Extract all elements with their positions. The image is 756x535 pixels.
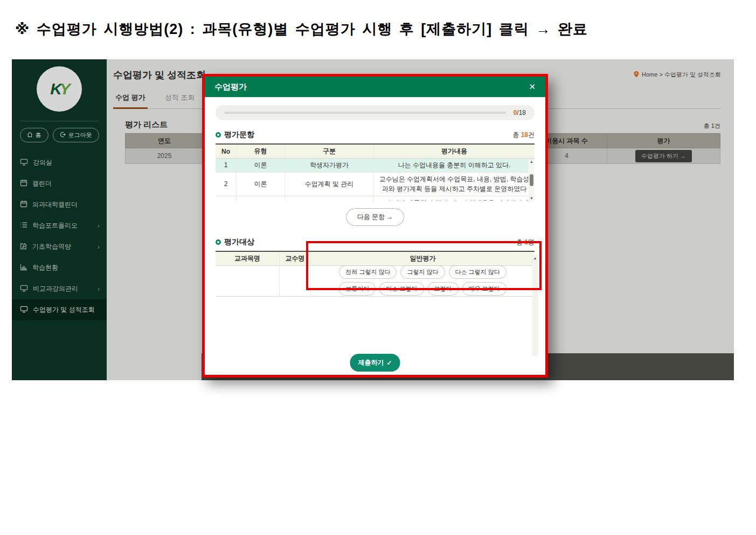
questions-scrollbar[interactable]: ▲ ▼: [529, 160, 535, 201]
annotation-headline: ※ 수업평가 시행방법(2) : 과목(유형)별 수업평가 시행 후 [제출하기…: [15, 19, 588, 39]
qcol-category: 구분: [285, 145, 373, 159]
progress-count: 0/18: [514, 109, 526, 116]
course-evaluation-modal: 수업평가 ✕ 0/18 평가문항 총 18건 No 유형 구분 평: [202, 74, 548, 378]
questions-table: No 유형 구분 평가내용 1 이론 학생자가평가 나는 수업내용을 충분히 이…: [216, 143, 535, 201]
bullet-icon: [216, 132, 221, 138]
targets-section-title: 평가대상: [216, 237, 254, 247]
question-row: 2 이론 수업계획 및 관리 교수님은 수업계획서에 수업목표, 내용, 방법,…: [216, 173, 535, 196]
targets-scrollbar[interactable]: ▲: [532, 255, 538, 356]
question-row: 3 이론 수업내용 교수님이 제공한 수업자료는 수업내용을 이해하기에 적절하…: [216, 196, 535, 201]
rating-pill-somewhat-agree[interactable]: 다소 그렇다: [379, 282, 424, 296]
modal-body: 0/18 평가문항 총 18건 No 유형 구분 평가내용 1: [205, 97, 545, 375]
next-question-button[interactable]: 다음 문항 →: [346, 208, 405, 226]
page: ※ 수업평가 시행방법(2) : 과목(유형)별 수업평가 시행 후 [제출하기…: [0, 0, 756, 535]
rating-pill-strongly-disagree[interactable]: 전혀 그렇지 않다: [339, 265, 397, 279]
targets-table: 교과목명 교수명 일반평가 전혀 그렇지 않다 그렇지 않다 다소 그렇지 않다: [216, 251, 535, 297]
progress-track: [224, 112, 506, 114]
target-row: 전혀 그렇지 않다 그렇지 않다 다소 그렇지 않다 보통이다 다소 그렇다 그…: [216, 264, 535, 297]
rating-pill-somewhat-disagree[interactable]: 다소 그렇지 않다: [449, 265, 507, 279]
rating-pill-neutral[interactable]: 보통이다: [339, 282, 376, 296]
rating-pill-strongly-agree[interactable]: 매우 그렇다: [462, 282, 507, 296]
cell-rating-options: 전혀 그렇지 않다 그렇지 않다 다소 그렇지 않다 보통이다 다소 그렇다 그…: [310, 264, 535, 297]
cell-professor: [279, 264, 310, 297]
cell-course-name: [216, 264, 279, 297]
submit-button[interactable]: 제출하기 ✓: [350, 354, 400, 372]
scroll-down-icon[interactable]: ▼: [530, 196, 533, 201]
close-icon[interactable]: ✕: [529, 82, 536, 92]
questions-total-count: 총 18건: [512, 131, 535, 140]
question-row: 1 이론 학생자가평가 나는 수업내용을 충분히 이해하고 있다.: [216, 159, 535, 173]
rating-pill-disagree[interactable]: 그렇지 않다: [400, 265, 445, 279]
questions-section-title: 평가문항: [216, 130, 254, 140]
scroll-up-icon[interactable]: ▲: [530, 160, 533, 164]
qcol-type: 유형: [236, 145, 285, 159]
rating-pill-agree[interactable]: 그렇다: [428, 282, 459, 296]
modal-header: 수업평가 ✕: [205, 77, 545, 97]
qcol-no: No: [216, 145, 236, 159]
qcol-content: 평가내용: [373, 145, 535, 159]
check-icon: ✓: [386, 359, 392, 367]
questions-scroll-area[interactable]: 1 이론 학생자가평가 나는 수업내용을 충분히 이해하고 있다. 2 이론 수…: [216, 159, 535, 201]
scroll-thumb[interactable]: [530, 174, 533, 186]
targets-total-count: 총 1명: [516, 238, 535, 247]
bullet-icon: [216, 239, 221, 245]
modal-title: 수업평가: [214, 82, 247, 92]
progress-bar: 0/18: [216, 105, 535, 120]
scroll-up-icon[interactable]: ▲: [533, 256, 537, 356]
